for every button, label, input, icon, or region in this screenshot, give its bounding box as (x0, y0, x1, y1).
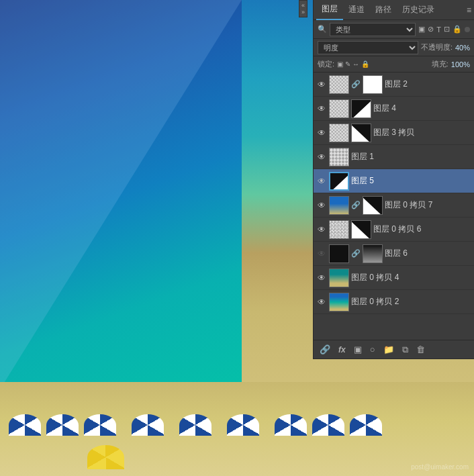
filter-icon-T[interactable]: T (436, 26, 441, 34)
toolbar-mask-btn[interactable]: ○ (368, 343, 377, 356)
layer-visibility-eye[interactable]: 👁 (316, 273, 327, 283)
layer-name-text: 图层 1 (351, 151, 471, 162)
panel-menu-btn[interactable]: ≡ (467, 5, 471, 15)
layer-visibility-eye[interactable]: 👁 (316, 79, 327, 90)
lock-icon-paint[interactable]: ✎ (345, 60, 350, 68)
layer-thumbnail (329, 244, 349, 263)
layer-thumbnail (329, 220, 349, 239)
layer-visibility-eye[interactable]: 👁 (316, 297, 327, 307)
layer-mask-thumbnail (363, 196, 383, 215)
bg-diagonal-band (0, 0, 242, 389)
layer-thumbnail (329, 99, 349, 118)
blend-mode-select[interactable]: 明度 (318, 41, 418, 54)
yellow-umbrella (87, 445, 124, 469)
lock-fill-row: 锁定: ▣ ✎ ↔ 🔒 填充: 100% (314, 56, 474, 73)
panel-collapse-handle[interactable]: « » (299, 0, 307, 17)
layer-item[interactable]: 👁 🔗 图层 0 拷贝 7 (314, 193, 474, 218)
filter-dot (465, 27, 470, 32)
toolbar-adjustment-btn[interactable]: ▣ (352, 343, 364, 356)
layer-item[interactable]: 👁 图层 0 拷贝 2 (314, 290, 474, 314)
umbrella-row (0, 414, 474, 436)
layer-thumbnail (329, 269, 349, 287)
filter-icon-3[interactable]: ⊡ (444, 25, 450, 34)
tab-history[interactable]: 历史记录 (397, 0, 440, 19)
layer-mask-thumbnail (351, 220, 371, 239)
layer-chain-icon: 🔗 (351, 201, 361, 209)
layer-item[interactable]: 👁 图层 1 (314, 145, 474, 169)
tab-layers[interactable]: 图层 (316, 0, 343, 20)
layer-name-text: 图层 3 拷贝 (373, 127, 471, 138)
layer-name-text: 图层 0 拷贝 7 (385, 199, 471, 211)
watermark-text: post@uimaker.com (411, 463, 469, 471)
fill-value[interactable]: 100% (451, 60, 470, 68)
layer-thumbnail (329, 293, 349, 312)
blend-opacity-row: 明度 不透明度: 40% (314, 39, 474, 56)
tab-channels[interactable]: 通道 (343, 0, 370, 19)
layer-visibility-eye[interactable]: 👁 (316, 152, 327, 162)
lock-icon-all[interactable]: 🔒 (361, 60, 369, 68)
layer-name-text: 图层 0 拷贝 4 (351, 272, 471, 283)
layer-item[interactable]: 👁 图层 3 拷贝 (314, 121, 474, 145)
layer-visibility-eye[interactable]: 👁 (316, 176, 327, 187)
layer-name-text: 图层 0 拷贝 2 (351, 296, 471, 307)
lock-icons-group: ▣ ✎ ↔ 🔒 (337, 60, 369, 68)
filter-search-icon: 🔍 (318, 25, 327, 34)
layer-thumbnail (329, 148, 349, 166)
layer-visibility-eye[interactable]: 👁 (316, 200, 327, 211)
filter-icon-lock[interactable]: 🔒 (453, 25, 462, 34)
layer-visibility-eye[interactable]: 👁 (316, 248, 327, 259)
layer-item[interactable]: 👁 图层 0 拷贝 6 (314, 218, 474, 242)
lock-icon-move[interactable]: ↔ (352, 60, 359, 68)
layer-mask-thumbnail (351, 99, 371, 118)
filter-icon-1[interactable]: ▣ (418, 25, 425, 34)
lock-icon-pixels[interactable]: ▣ (337, 60, 343, 68)
layer-item[interactable]: 👁 图层 4 (314, 97, 474, 121)
filter-icon-2[interactable]: ⊘ (428, 25, 434, 34)
fill-group: 填充: 100% (432, 59, 470, 69)
opacity-label: 不透明度: (421, 42, 453, 52)
layer-name-text: 图层 4 (373, 103, 471, 114)
layer-mask-thumbnail (351, 124, 371, 142)
toolbar-fx-btn[interactable]: fx (336, 344, 348, 356)
layer-item[interactable]: 👁 图层 0 拷贝 4 (314, 266, 474, 290)
layers-panel: « » 图层 通道 路径 历史记录 ≡ 🔍 类型 ▣ ⊘ T ⊡ 🔒 明度 不透… (313, 0, 474, 359)
layer-mask-thumbnail (363, 244, 383, 263)
fill-label: 填充: (432, 59, 448, 69)
layer-name-text: 图层 2 (385, 79, 471, 90)
filter-type-select[interactable]: 类型 (330, 23, 416, 36)
filter-row: 🔍 类型 ▣ ⊘ T ⊡ 🔒 (314, 20, 474, 39)
layer-chain-icon: 🔗 (351, 80, 361, 89)
opacity-value[interactable]: 40% (455, 44, 470, 52)
panel-bottom-toolbar: 🔗 fx ▣ ○ 📁 ⧉ 🗑 (314, 340, 474, 359)
layer-visibility-eye[interactable]: 👁 (316, 224, 327, 235)
layer-visibility-eye[interactable]: 👁 (316, 103, 327, 114)
layer-mask-thumbnail (363, 75, 383, 94)
toolbar-copy-btn[interactable]: ⧉ (400, 343, 410, 356)
layer-thumbnail (329, 172, 349, 191)
layer-thumbnail (329, 75, 349, 94)
toolbar-delete-btn[interactable]: 🗑 (414, 343, 427, 356)
layer-item[interactable]: 👁 图层 5 (314, 169, 474, 193)
layer-thumbnail (329, 124, 349, 142)
panel-tabs-row: 图层 通道 路径 历史记录 ≡ (314, 0, 474, 20)
lock-label: 锁定: (318, 59, 334, 69)
layer-name-text: 图层 0 拷贝 6 (373, 224, 471, 235)
layer-name-text: 图层 5 (351, 175, 471, 187)
toolbar-link-btn[interactable]: 🔗 (318, 343, 332, 356)
layer-name-text: 图层 6 (385, 248, 471, 259)
opacity-group: 不透明度: 40% (421, 42, 470, 52)
layer-thumbnail (329, 196, 349, 215)
toolbar-group-btn[interactable]: 📁 (381, 343, 396, 356)
layer-item[interactable]: 👁 🔗 图层 2 (314, 73, 474, 97)
layer-chain-icon: 🔗 (351, 249, 361, 258)
layer-item[interactable]: 👁 🔗 图层 6 (314, 242, 474, 266)
panel-menu-icon[interactable]: ≡ (467, 5, 471, 15)
tab-paths[interactable]: 路径 (370, 0, 397, 19)
layers-list: 👁 🔗 图层 2 👁 图层 4 👁 图层 3 拷贝 👁 (314, 73, 474, 340)
layer-visibility-eye[interactable]: 👁 (316, 128, 327, 138)
